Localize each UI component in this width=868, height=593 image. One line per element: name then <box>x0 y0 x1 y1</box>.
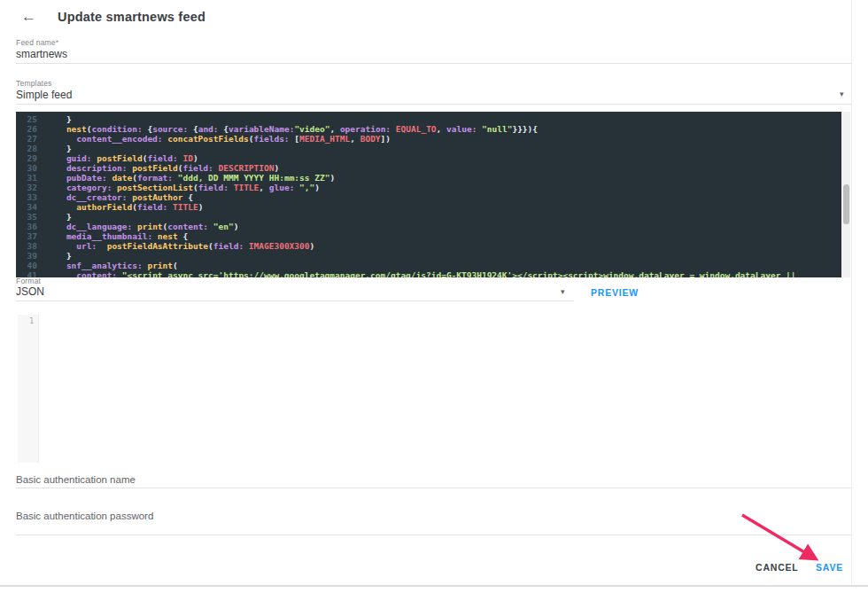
line-number: 26 <box>16 124 46 134</box>
basic-auth-name-underline <box>16 488 852 488</box>
templates-select[interactable]: Simple feed <box>16 89 813 101</box>
format-underline <box>16 300 574 301</box>
update-feed-page: ← Update smartnews feed Feed name* Templ… <box>0 0 868 593</box>
line-number: 28 <box>16 144 46 153</box>
line-number: 35 <box>16 212 46 222</box>
code-line[interactable]: 25 } <box>16 114 841 124</box>
code-line[interactable]: 30 description: postField(field: DESCRIP… <box>16 163 841 173</box>
line-number: 31 <box>16 173 46 183</box>
code-line[interactable]: 31 pubDate: date(format: "ddd, DD MMM YY… <box>16 173 841 183</box>
code-line[interactable]: 35 } <box>16 212 841 222</box>
code-line[interactable]: 33 dc__creator: postAuthor { <box>16 192 841 202</box>
code-line[interactable]: 36 dc__language: print(content: "en") <box>16 222 841 231</box>
feed-name-underline <box>16 63 852 64</box>
line-number: 34 <box>16 202 46 212</box>
back-arrow-icon[interactable]: ← <box>21 7 36 27</box>
feed-name-input[interactable] <box>16 48 813 60</box>
feed-name-label: Feed name* <box>16 38 58 47</box>
line-number: 25 <box>16 114 46 124</box>
format-label: Format <box>16 277 41 285</box>
code-line[interactable]: 40 snf__analytics: print( <box>16 261 841 270</box>
line-number: 32 <box>16 183 46 192</box>
line-number: 39 <box>16 251 46 261</box>
basic-auth-password-underline <box>16 534 852 535</box>
code-line[interactable]: 39 } <box>16 251 841 261</box>
line-number: 37 <box>16 231 46 241</box>
templates-underline <box>16 104 852 105</box>
result-editor-body[interactable] <box>39 315 850 463</box>
format-chevron-down-icon[interactable]: ▾ <box>561 287 565 296</box>
template-code-editor[interactable]: 25 }26 nest(condition: {source: {and: {v… <box>16 112 841 277</box>
page-title: Update smartnews feed <box>58 10 205 24</box>
result-editor[interactable]: 1 <box>18 315 850 463</box>
code-line[interactable]: 38 url: postFieldAsAttribute(field: IMAG… <box>16 241 841 251</box>
code-line[interactable]: 34 authorField(field: TITLE) <box>16 202 841 212</box>
code-line[interactable]: 28 } <box>16 144 841 153</box>
line-number: 40 <box>16 261 46 270</box>
line-number: 33 <box>16 192 46 202</box>
save-button[interactable]: SAVE <box>816 562 843 573</box>
code-line[interactable]: 27 content__encoded: concatPostFields(fi… <box>16 134 841 144</box>
result-editor-gutter: 1 <box>18 315 39 463</box>
line-number: 30 <box>16 163 46 173</box>
line-number: 36 <box>16 222 46 231</box>
templates-chevron-down-icon[interactable]: ▾ <box>840 90 844 98</box>
content-right-border <box>851 0 852 585</box>
basic-auth-password-field[interactable]: Basic authentication password <box>16 511 153 521</box>
templates-label: Templates <box>16 79 52 88</box>
format-select[interactable]: JSON <box>16 285 547 298</box>
code-line[interactable]: 26 nest(condition: {source: {and: {varia… <box>16 124 841 134</box>
code-line[interactable]: 41 content: "<script async src='https://… <box>16 270 841 277</box>
code-line[interactable]: 29 guid: postField(field: ID) <box>16 153 841 163</box>
code-line[interactable]: 37 media__thumbnail: nest { <box>16 231 841 241</box>
page-bottom-border <box>0 585 868 587</box>
cancel-button[interactable]: CANCEL <box>756 562 799 573</box>
page-header: ← Update smartnews feed <box>21 7 205 27</box>
line-number: 29 <box>16 153 46 163</box>
editor-scrollbar[interactable] <box>841 112 850 277</box>
basic-auth-name-field[interactable]: Basic authentication name <box>16 474 136 485</box>
preview-button[interactable]: PREVIEW <box>591 287 639 298</box>
editor-scrollbar-thumb[interactable] <box>843 184 849 224</box>
code-line[interactable]: 32 category: postSectionList(field: TITL… <box>16 183 841 192</box>
line-number: 27 <box>16 134 46 144</box>
line-number: 38 <box>16 241 46 251</box>
